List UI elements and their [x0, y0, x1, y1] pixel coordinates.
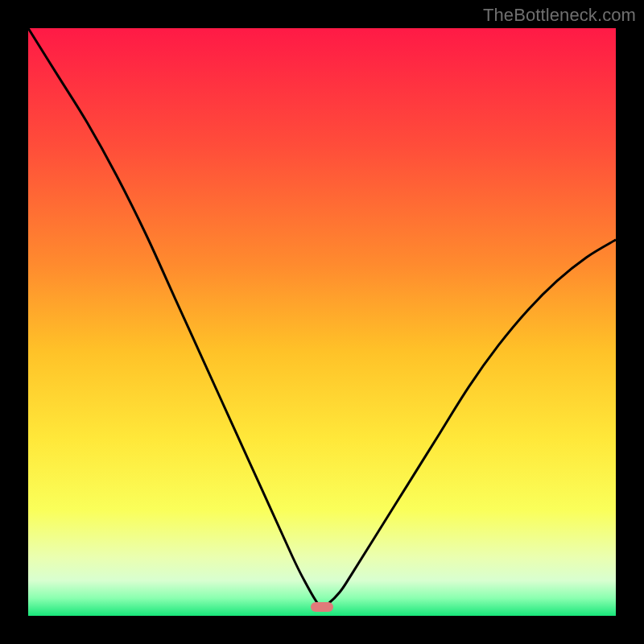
gradient-background — [28, 28, 616, 616]
watermark-text: TheBottleneck.com — [483, 5, 636, 26]
bottleneck-marker — [311, 602, 333, 612]
chart-svg — [28, 28, 616, 616]
chart-frame: TheBottleneck.com — [0, 0, 644, 644]
plot-area — [28, 28, 616, 616]
